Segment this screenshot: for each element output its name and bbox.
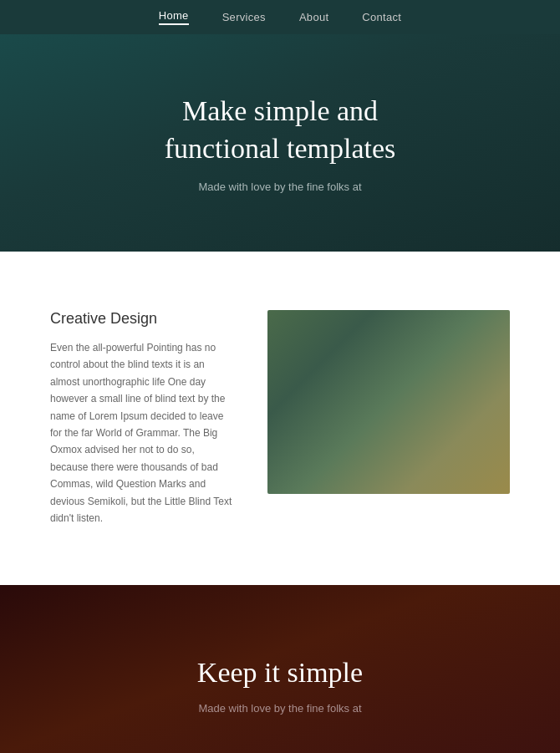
content-text: Creative Design Even the all-powerful Po…	[50, 310, 234, 527]
gap-white	[0, 252, 560, 268]
nav-contact[interactable]: Contact	[362, 11, 401, 23]
hero-heading-line1: Make simple and	[182, 95, 378, 126]
bottom-subtext: Made with love by the fine folks at	[198, 702, 361, 715]
hero-heading: Make simple and functional templates	[165, 93, 396, 166]
navigation: Home Services About Contact	[0, 0, 560, 34]
hero-heading-line2: functional templates	[165, 133, 396, 164]
nav-about[interactable]: About	[299, 11, 328, 23]
content-title: Creative Design	[50, 310, 234, 328]
nav-home[interactable]: Home	[159, 9, 189, 25]
hero-section: Make simple and functional templates Mad…	[0, 34, 560, 252]
hero-subtext: Made with love by the fine folks at	[198, 181, 361, 193]
bottom-section: Keep it simple Made with love by the fin…	[0, 585, 560, 753]
content-image	[267, 310, 510, 494]
gap-white-2	[0, 568, 560, 585]
content-body: Even the all-powerful Pointing has no co…	[50, 339, 234, 527]
bottom-heading: Keep it simple	[197, 657, 363, 689]
content-section: Creative Design Even the all-powerful Po…	[0, 268, 560, 568]
nav-services[interactable]: Services	[222, 11, 266, 23]
